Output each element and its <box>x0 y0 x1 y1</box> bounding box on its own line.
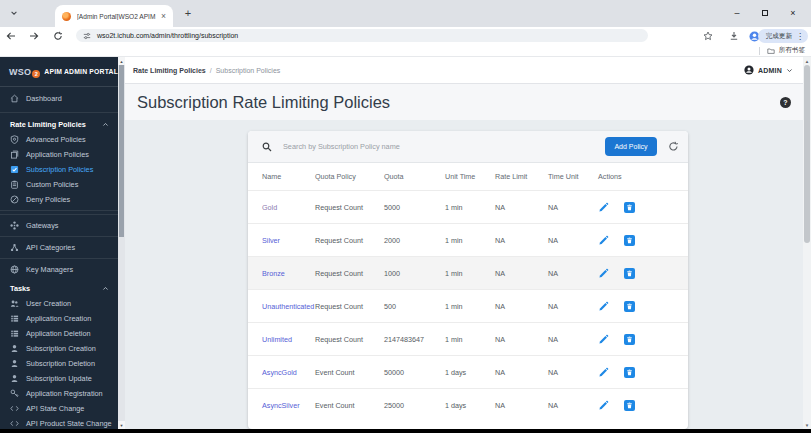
bottom-edge-bar <box>0 429 811 433</box>
app-logo[interactable]: WSO2 APIM ADMIN PORTAL <box>0 57 118 87</box>
delete-policy-button[interactable] <box>624 367 635 378</box>
edit-policy-button[interactable] <box>598 400 609 411</box>
sidebar-item-custom-policies[interactable]: Custom Policies <box>0 177 118 192</box>
tab-close-icon[interactable]: × <box>161 11 166 21</box>
sidebar-item-gateways[interactable]: Gateways <box>0 214 118 236</box>
forward-icon[interactable] <box>28 30 40 42</box>
caret-up-icon <box>102 285 109 292</box>
sidebar-scrollbar[interactable]: ▲ ▼ <box>118 57 125 429</box>
window-maximize-button[interactable] <box>751 0 779 26</box>
sidebar-section-tasks[interactable]: Tasks <box>0 280 118 296</box>
window-close-button[interactable]: × <box>779 0 807 26</box>
column-header-name: Name <box>262 172 315 181</box>
sidebar-scrollbar-thumb[interactable] <box>119 65 124 237</box>
tab-list-chevron-icon[interactable] <box>7 6 21 20</box>
sidebar-item-advanced-policies[interactable]: Advanced Policies <box>0 132 118 147</box>
edit-policy-button[interactable] <box>598 268 609 279</box>
page-scrollbar[interactable]: ▲ ▼ <box>803 57 811 429</box>
policy-name-link[interactable]: AsyncSilver <box>262 401 315 410</box>
sidebar-nav: DashboardRate Limiting PoliciesAdvanced … <box>0 87 118 429</box>
sidebar-item-api-product-state-change[interactable]: API Product State Change <box>0 416 118 429</box>
user-menu[interactable]: ADMIN <box>744 65 793 75</box>
sidebar-item-api-categories[interactable]: API Categories <box>0 236 118 258</box>
window-minimize-button[interactable]: – <box>723 0 751 26</box>
policies-card: Add Policy NameQuota PolicyQuotaUnit Tim… <box>248 131 688 429</box>
column-header-time-unit: Time Unit <box>548 172 598 181</box>
sidebar-item-user-creation[interactable]: User Creation <box>0 296 118 311</box>
new-tab-button[interactable]: + <box>181 6 195 20</box>
all-bookmarks-label[interactable]: 所有书签 <box>779 46 805 55</box>
sidebar-item-deny-policies[interactable]: Deny Policies <box>0 192 118 207</box>
bookmark-star-icon[interactable] <box>702 30 714 42</box>
policy-name-link[interactable]: Unlimited <box>262 335 315 344</box>
cell-quota: 1000 <box>384 269 445 278</box>
list-icon <box>10 329 19 338</box>
breadcrumb-parent[interactable]: Rate Limiting Policies <box>133 67 206 74</box>
sidebar-item-label: Key Managers <box>26 265 73 274</box>
edit-policy-button[interactable] <box>598 367 609 378</box>
page-scroll-down-icon[interactable]: ▼ <box>803 421 811 429</box>
column-header-rate-limit: Rate Limit <box>495 172 548 181</box>
policy-name-link[interactable]: Gold <box>262 203 315 212</box>
delete-policy-button[interactable] <box>624 202 635 213</box>
logo-brand-text: WSO <box>9 67 31 77</box>
page-scroll-up-icon[interactable]: ▲ <box>803 57 811 65</box>
page-scrollbar-thumb[interactable] <box>804 65 810 243</box>
sidebar-scroll-down-icon[interactable]: ▼ <box>118 421 125 429</box>
policy-name-link[interactable]: Bronze <box>262 269 315 278</box>
edit-policy-button[interactable] <box>598 235 609 246</box>
sidebar-divider <box>0 112 118 113</box>
url-text: wso2t.ichub.com/admin/throttling/subscri… <box>97 32 238 39</box>
sidebar-section-label: Tasks <box>10 284 30 293</box>
code-icon <box>10 404 19 413</box>
sidebar-item-api-state-change[interactable]: API State Change <box>0 401 118 416</box>
policy-name-link[interactable]: Unauthenticated <box>262 302 315 311</box>
sidebar-item-application-policies[interactable]: Application Policies <box>0 147 118 162</box>
back-icon[interactable] <box>5 30 17 42</box>
user-menu-label: ADMIN <box>758 67 782 74</box>
cell-unit-time: 1 days <box>445 401 495 410</box>
edit-policy-button[interactable] <box>598 202 609 213</box>
cell-rate-limit: NA <box>495 236 548 245</box>
edit-policy-button[interactable] <box>598 334 609 345</box>
breadcrumb-current: Subscription Policies <box>216 67 281 74</box>
person-icon <box>10 374 19 383</box>
refresh-icon[interactable] <box>666 140 680 154</box>
edit-policy-button[interactable] <box>598 301 609 312</box>
policy-name-link[interactable]: Silver <box>262 236 315 245</box>
row-actions <box>598 235 688 246</box>
sidebar-item-subscription-update[interactable]: Subscription Update <box>0 371 118 386</box>
sidebar-scroll-up-icon[interactable]: ▲ <box>118 57 125 65</box>
add-policy-button[interactable]: Add Policy <box>605 137 657 156</box>
categories-icon <box>10 243 19 252</box>
sidebar-divider <box>0 210 118 211</box>
sidebar-item-key-managers[interactable]: Key Managers <box>0 258 118 280</box>
sidebar-item-subscription-deletion[interactable]: Subscription Deletion <box>0 356 118 371</box>
sidebar-item-application-registration[interactable]: Application Registration <box>0 386 118 401</box>
sidebar-item-subscription-creation[interactable]: Subscription Creation <box>0 341 118 356</box>
sidebar-item-application-deletion[interactable]: Application Deletion <box>0 326 118 341</box>
row-actions <box>598 268 688 279</box>
delete-policy-button[interactable] <box>624 334 635 345</box>
delete-policy-button[interactable] <box>624 268 635 279</box>
download-icon[interactable] <box>728 30 740 42</box>
sidebar-item-label: Custom Policies <box>26 180 78 189</box>
search-input[interactable] <box>283 142 605 151</box>
site-settings-icon[interactable] <box>83 32 91 40</box>
sidebar-item-dashboard[interactable]: Dashboard <box>0 91 118 106</box>
cell-unit-time: 1 min <box>445 203 495 212</box>
sidebar-section-rate-limiting-policies[interactable]: Rate Limiting Policies <box>0 116 118 132</box>
reload-icon[interactable] <box>52 30 64 42</box>
url-bar[interactable]: wso2t.ichub.com/admin/throttling/subscri… <box>76 29 648 42</box>
browser-tab[interactable]: [Admin Portal]WSO2 APIM × <box>55 5 173 27</box>
browser-menu-icon[interactable]: ⋮ <box>796 32 804 41</box>
policy-name-link[interactable]: AsyncGold <box>262 368 315 377</box>
delete-policy-button[interactable] <box>624 301 635 312</box>
sidebar-item-subscription-policies[interactable]: Subscription Policies <box>0 162 118 177</box>
sidebar-item-application-creation[interactable]: Application Creation <box>0 311 118 326</box>
delete-policy-button[interactable] <box>624 400 635 411</box>
delete-policy-button[interactable] <box>624 235 635 246</box>
chrome-update-chip[interactable]: 完成更新 ⋮ <box>758 29 808 43</box>
help-icon[interactable]: ? <box>780 97 791 108</box>
cell-unit-time: 1 days <box>445 368 495 377</box>
